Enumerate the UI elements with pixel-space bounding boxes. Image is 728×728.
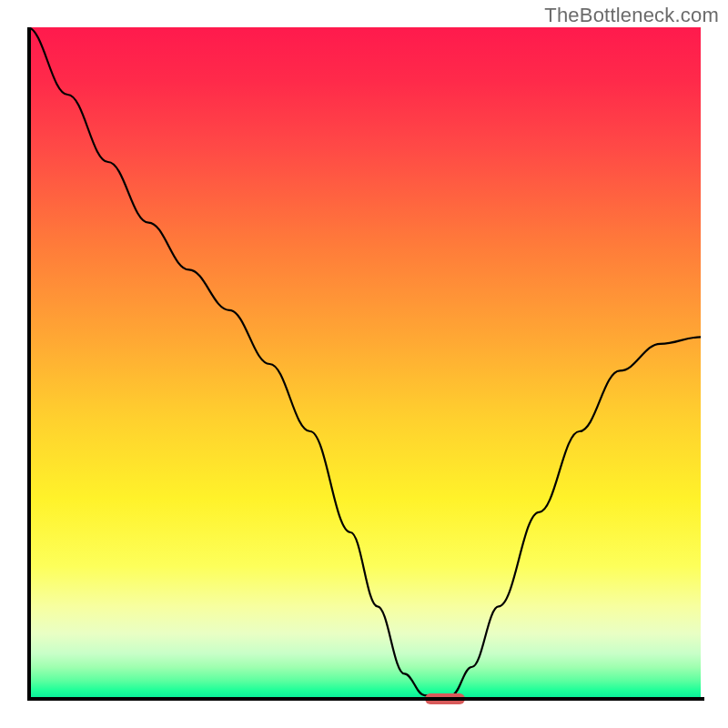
bottleneck-curve-path [27,27,701,697]
x-axis [27,697,704,701]
y-axis [27,27,31,701]
bottleneck-chart: TheBottleneck.com [0,0,728,728]
bottleneck-curve-svg [27,27,701,701]
watermark-text: TheBottleneck.com [544,4,719,27]
